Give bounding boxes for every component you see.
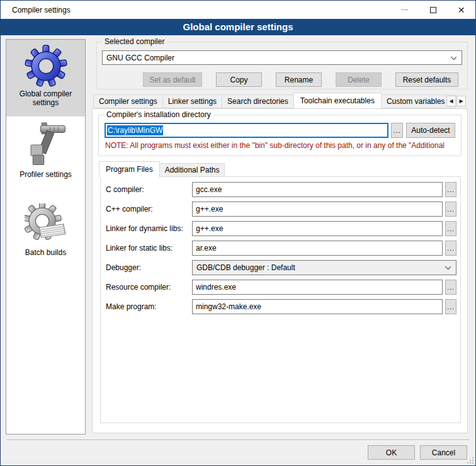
tab-scroll-right-button[interactable]: ▶ (456, 96, 466, 106)
tab-toolchain-executables[interactable]: Toolchain executables (293, 93, 382, 108)
cancel-button[interactable]: Cancel (420, 445, 467, 460)
tab-compiler-settings[interactable]: Compiler settings (93, 94, 163, 108)
form-row-linker-static: Linker for static libs: ... (106, 241, 456, 256)
form-row-linker-dynamic: Linker for dynamic libs: ... (106, 221, 456, 236)
program-files-tabstrip: Program Files Additional Paths (99, 162, 224, 177)
tabs-scroll-area: Compiler settings Linker settings Search… (93, 92, 456, 108)
right-arrow-icon: ▶ (459, 98, 463, 104)
toolchain-executables-panel: Compiler's installation directory C:\ray… (92, 108, 468, 433)
gray-gear-stack-icon (25, 203, 67, 246)
footer-divider (6, 440, 470, 441)
resource-compiler-browse-button[interactable]: ... (445, 280, 456, 295)
field-label: Linker for static libs: (106, 244, 192, 253)
ok-button[interactable]: OK (368, 445, 415, 460)
program-files-panel: C compiler: ... C++ compiler: ... Linker… (100, 176, 461, 423)
dialog-header: Global compiler settings (1, 19, 475, 35)
sidebar-item-label: Profiler settings (11, 170, 81, 179)
linker-dynamic-browse-button[interactable]: ... (445, 221, 456, 236)
c-compiler-browse-button[interactable]: ... (445, 182, 456, 197)
sidebar-item-batch-builds[interactable]: Batch builds (6, 187, 85, 261)
form-row-resource-compiler: Resource compiler: ... (106, 280, 456, 295)
form-row-c-compiler: C compiler: ... (106, 182, 456, 197)
c-compiler-input[interactable] (192, 182, 443, 197)
titlebar: Compiler settings ✕ (1, 1, 475, 19)
resource-compiler-input[interactable] (192, 280, 443, 295)
debugger-value: GDB/CDB debugger : Default (196, 263, 295, 272)
minimize-button[interactable] (390, 1, 419, 19)
settings-tabstrip: Compiler settings Linker settings Search… (93, 93, 467, 108)
subtab-additional-paths[interactable]: Additional Paths (159, 163, 225, 177)
dialog-content: Global compiler settings Profi (1, 35, 475, 465)
installation-directory-group-label: Compiler's installation directory (104, 110, 213, 119)
sidebar-item-label: Global compiler settings (11, 89, 81, 107)
sidebar-item-label: Batch builds (11, 248, 81, 257)
installation-directory-input[interactable]: C:\raylib\MinGW (105, 123, 388, 138)
installation-directory-group: Compiler's installation directory C:\ray… (98, 115, 462, 156)
make-program-input[interactable] (192, 299, 443, 314)
field-label: Debugger: (106, 263, 192, 272)
compiler-settings-dialog: Compiler settings ✕ Global compiler sett… (0, 0, 476, 466)
linker-static-input[interactable] (192, 241, 443, 256)
form-row-cpp-compiler: C++ compiler: ... (106, 202, 456, 217)
set-as-default-button[interactable]: Set as default (143, 72, 202, 87)
field-label: C++ compiler: (106, 205, 192, 213)
settings-category-list: Global compiler settings Profi (6, 39, 86, 435)
reset-defaults-button[interactable]: Reset defaults (395, 72, 458, 87)
left-arrow-icon: ◀ (449, 98, 453, 104)
browse-directory-button[interactable]: ... (391, 123, 403, 138)
form-row-make-program: Make program: ... (106, 299, 456, 314)
tab-search-directories[interactable]: Search directories (222, 94, 294, 108)
field-label: Resource compiler: (106, 283, 192, 292)
subtab-program-files[interactable]: Program Files (99, 161, 160, 178)
window-title: Compiler settings (1, 6, 390, 14)
tab-linker-settings[interactable]: Linker settings (162, 94, 222, 108)
tab-custom-variables[interactable]: Custom variables (381, 94, 451, 108)
cpp-compiler-input[interactable] (192, 202, 443, 217)
resize-grip-icon[interactable] (467, 457, 473, 463)
chevron-down-icon (445, 264, 451, 270)
close-button[interactable]: ✕ (447, 1, 475, 19)
blue-gear-icon (25, 45, 67, 88)
caliper-icon (24, 122, 68, 168)
delete-button[interactable]: Delete (336, 72, 382, 87)
maximize-icon (430, 7, 436, 13)
installation-directory-value: C:\raylib\MinGW (107, 125, 163, 135)
maximize-button[interactable] (419, 1, 447, 19)
selected-compiler-group: Selected compiler GNU GCC Compiler Set a… (96, 42, 468, 89)
tab-scroll-buttons: ◀ ▶ (446, 96, 466, 106)
linker-dynamic-input[interactable] (192, 221, 443, 236)
form-row-debugger: Debugger: GDB/CDB debugger : Default (106, 260, 456, 275)
copy-button[interactable]: Copy (216, 72, 262, 87)
cpp-compiler-browse-button[interactable]: ... (445, 202, 456, 217)
tab-scroll-left-button[interactable]: ◀ (446, 96, 456, 106)
chevron-down-icon (451, 54, 456, 60)
selected-compiler-group-label: Selected compiler (102, 37, 167, 46)
field-label: Linker for dynamic libs: (106, 224, 192, 233)
make-program-browse-button[interactable]: ... (445, 299, 456, 314)
field-label: C compiler: (106, 185, 192, 194)
bin-subdirectory-note: NOTE: All programs must exist either in … (105, 141, 458, 150)
close-icon: ✕ (458, 6, 465, 14)
field-label: Make program: (106, 302, 192, 311)
minimize-icon (401, 9, 408, 10)
selected-compiler-dropdown[interactable]: GNU GCC Compiler (102, 50, 462, 65)
rename-button[interactable]: Rename (276, 72, 322, 87)
selected-compiler-value: GNU GCC Compiler (106, 54, 174, 62)
sidebar-item-profiler-settings[interactable]: Profiler settings (6, 116, 85, 187)
installation-directory-row: C:\raylib\MinGW ... Auto-detect (105, 123, 455, 138)
compiler-actions: Set as default Copy Rename Delete Reset … (129, 72, 458, 87)
auto-detect-button[interactable]: Auto-detect (406, 123, 455, 138)
linker-static-browse-button[interactable]: ... (445, 241, 456, 256)
debugger-dropdown[interactable]: GDB/CDB debugger : Default (192, 260, 456, 275)
sidebar-item-global-compiler-settings[interactable]: Global compiler settings (6, 40, 85, 116)
